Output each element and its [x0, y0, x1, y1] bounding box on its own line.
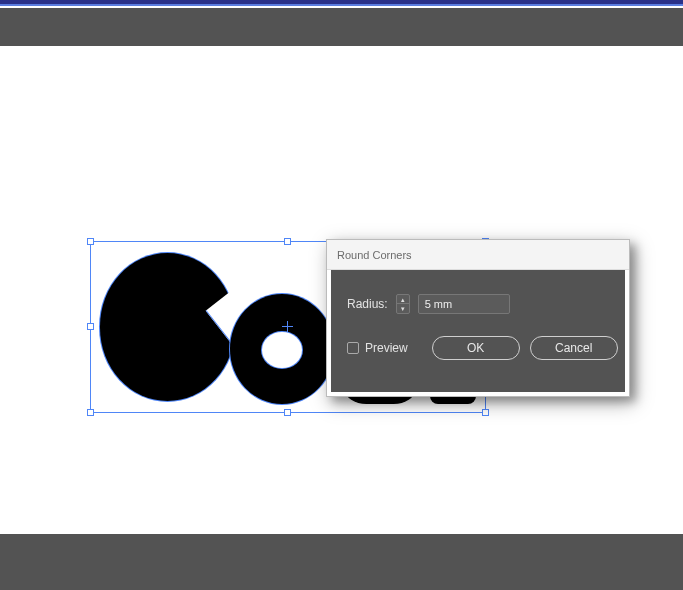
app-toolbar-strip	[0, 8, 683, 46]
app-titlebar-strip	[0, 0, 683, 6]
ok-button[interactable]: OK	[432, 336, 520, 360]
ok-button-label: OK	[467, 341, 484, 355]
stepper-up-icon[interactable]: ▴	[397, 295, 409, 304]
dialog-titlebar[interactable]: Round Corners	[327, 240, 629, 270]
radius-label: Radius:	[347, 297, 388, 311]
cancel-button[interactable]: Cancel	[530, 336, 618, 360]
resize-handle-top-middle[interactable]	[284, 238, 291, 245]
app-bottom-panel-strip	[0, 534, 683, 590]
selection-center-mark	[282, 321, 293, 332]
resize-handle-bottom-middle[interactable]	[284, 409, 291, 416]
dialog-body: Radius: ▴ ▾ 5 mm Preview OK Cancel	[331, 270, 625, 392]
radius-row: Radius: ▴ ▾ 5 mm	[347, 294, 609, 314]
radius-input[interactable]: 5 mm	[418, 294, 510, 314]
dialog-title: Round Corners	[337, 249, 412, 261]
preview-checkbox[interactable]: Preview	[347, 341, 408, 355]
canvas[interactable]: Round Corners Radius: ▴ ▾ 5 mm Preview O…	[0, 46, 683, 534]
resize-handle-bottom-left[interactable]	[87, 409, 94, 416]
resize-handle-bottom-right[interactable]	[482, 409, 489, 416]
stepper-down-icon[interactable]: ▾	[397, 304, 409, 313]
checkbox-icon[interactable]	[347, 342, 359, 354]
cancel-button-label: Cancel	[555, 341, 592, 355]
dialog-actions-row: Preview OK Cancel	[347, 336, 609, 360]
resize-handle-middle-left[interactable]	[87, 323, 94, 330]
preview-label: Preview	[365, 341, 408, 355]
resize-handle-top-left[interactable]	[87, 238, 94, 245]
round-corners-dialog[interactable]: Round Corners Radius: ▴ ▾ 5 mm Preview O…	[326, 239, 630, 397]
radius-stepper[interactable]: ▴ ▾	[396, 294, 410, 314]
